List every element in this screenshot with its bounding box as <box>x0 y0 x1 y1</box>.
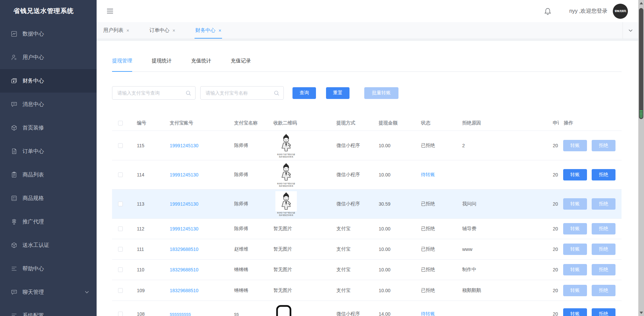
tab-withdraw-stats[interactable]: 提现统计 <box>152 58 172 71</box>
tab-recharge-stats[interactable]: 充值统计 <box>191 58 211 71</box>
transfer-button[interactable]: 转账 <box>563 198 587 210</box>
sidebar-item-product-spec[interactable]: 商品规格 <box>0 187 97 210</box>
alipay-name: 陈师傅 <box>234 201 273 207</box>
scrollbar-down-arrow-icon[interactable] <box>640 312 643 314</box>
sidebar-menu: 数据中心用户中心财务中心消息中心首页装修订单中心商品列表商品规格推广代理送水工认… <box>0 22 97 316</box>
avatar[interactable]: 省钱兄陪玩 <box>613 4 628 19</box>
reject-button[interactable]: 拒绝 <box>592 308 615 316</box>
tab-close-icon[interactable]: × <box>126 28 129 33</box>
select-all-checkbox[interactable] <box>118 121 123 125</box>
sidebar-item-order-center[interactable]: 订单中心 <box>0 140 97 163</box>
scrollbar-green-stripes <box>640 110 643 118</box>
sidebar-item-promotion-agent[interactable]: 推广代理 <box>0 210 97 233</box>
row-checkbox[interactable] <box>118 202 123 206</box>
reject-reason: 我问问 <box>462 201 553 207</box>
row-checkbox[interactable] <box>118 226 123 231</box>
search-row: 查询 重置 批量转账 <box>112 86 622 100</box>
qr-code-image[interactable]: 告诉你个很严重的问题 我发现我是你爸爸 <box>273 133 336 158</box>
table-row-110: 11018329688510锵锵锵暂无图片支付宝10.00已拒绝制作中20 <box>112 260 622 280</box>
column-header-method: 提现方式 <box>336 120 379 126</box>
tabs-dropdown-button[interactable] <box>623 22 638 39</box>
query-button[interactable]: 查询 <box>292 87 316 99</box>
transfer-button[interactable]: 转账 <box>563 264 587 275</box>
withdraw-amount: 30.59 <box>379 201 421 207</box>
tab-withdraw-manage[interactable]: 提现管理 <box>112 58 132 71</box>
sidebar-item-message-center[interactable]: 消息中心 <box>0 93 97 116</box>
tab-close-icon[interactable]: × <box>172 28 175 33</box>
row-checkbox[interactable] <box>118 172 123 177</box>
no-image-text: 暂无图片 <box>273 226 336 232</box>
scrollbar-thumb[interactable] <box>639 8 643 119</box>
row-checkbox[interactable] <box>118 288 123 293</box>
search-icon[interactable] <box>185 90 191 96</box>
tab-order-center[interactable]: 订单中心× <box>149 22 176 39</box>
reject-button[interactable]: 拒绝 <box>592 244 615 255</box>
alipay-account-link[interactable]: 19991245130 <box>170 172 234 177</box>
alipay-name: 锵锵锵 <box>234 267 273 273</box>
sidebar-item-data-center[interactable]: 数据中心 <box>0 22 97 46</box>
hamburger-menu-icon[interactable] <box>107 8 113 14</box>
sidebar-item-user-center[interactable]: 用户中心 <box>0 46 97 69</box>
sidebar-item-water-worker-cert[interactable]: 送水工认证 <box>0 233 97 257</box>
sidebar-item-home-decoration[interactable]: 首页装修 <box>0 116 97 140</box>
scrollbar-up-arrow-icon[interactable] <box>640 2 643 4</box>
chevron-down-icon <box>85 290 89 295</box>
row-checkbox[interactable] <box>118 143 123 148</box>
transfer-button[interactable]: 转账 <box>563 285 587 296</box>
alipay-account-search-input[interactable] <box>117 90 185 96</box>
alipay-account-link[interactable]: sssssssss <box>170 311 234 316</box>
tab-finance-center[interactable]: 财务中心× <box>195 22 222 39</box>
reject-button[interactable]: 拒绝 <box>592 198 615 210</box>
transfer-button[interactable]: 转账 <box>563 244 587 255</box>
sidebar-item-chat-management[interactable]: 聊天管理 <box>0 280 97 304</box>
alipay-account-link[interactable]: 19991245130 <box>170 143 234 148</box>
reject-button[interactable]: 拒绝 <box>592 169 615 180</box>
alipay-account-link[interactable]: 18329688510 <box>170 267 234 272</box>
tab-user-list[interactable]: 用户列表× <box>103 22 130 39</box>
chart-icon <box>11 31 17 37</box>
reset-button[interactable]: 重置 <box>326 87 350 99</box>
column-header-name: 支付宝名称 <box>234 120 273 126</box>
document-icon <box>11 148 17 155</box>
alipay-account-link[interactable]: 18329688510 <box>170 288 234 293</box>
transfer-button[interactable]: 转账 <box>563 169 587 180</box>
reject-button[interactable]: 拒绝 <box>592 285 615 296</box>
row-id: 114 <box>137 172 170 177</box>
qr-code-image[interactable] <box>273 304 336 316</box>
tab-label: 订单中心 <box>149 27 169 34</box>
content-area: 提现管理提现统计充值统计充值记录 <box>97 39 638 316</box>
alipay-account-link[interactable]: 19991245130 <box>170 201 234 207</box>
transfer-button[interactable]: 转账 <box>563 308 587 316</box>
reject-button[interactable]: 拒绝 <box>592 140 615 151</box>
withdraw-amount: 10.00 <box>379 226 421 231</box>
notification-bell-icon[interactable] <box>544 7 552 15</box>
sidebar-item-finance-center[interactable]: 财务中心 <box>0 69 97 93</box>
browser-scrollbar[interactable] <box>638 0 644 316</box>
row-select-cell <box>112 312 137 316</box>
status-text: 待转账 <box>421 172 462 178</box>
search-icon[interactable] <box>274 90 279 96</box>
tab-recharge-records[interactable]: 充值记录 <box>231 58 251 71</box>
row-checkbox[interactable] <box>118 247 123 252</box>
signpost-icon <box>11 218 17 225</box>
withdraw-method: 支付宝 <box>336 246 379 252</box>
transfer-button[interactable]: 转账 <box>563 223 587 234</box>
tab-close-icon[interactable]: × <box>218 28 221 33</box>
sidebar-item-system-config[interactable]: 系统配置 <box>0 304 97 316</box>
sidebar-item-product-list[interactable]: 商品列表 <box>0 163 97 187</box>
tab-label: 用户列表 <box>103 27 123 34</box>
alipay-account-link[interactable]: 18329688510 <box>170 247 234 252</box>
qr-code-image[interactable]: 告诉你个很严重的问题 我发现我是你爸爸 <box>273 191 336 217</box>
transfer-button[interactable]: 转账 <box>563 140 587 151</box>
sidebar-item-help-center[interactable]: 帮助中心 <box>0 257 97 280</box>
row-checkbox[interactable] <box>118 312 123 316</box>
row-checkbox[interactable] <box>118 267 123 272</box>
batch-transfer-button[interactable]: 批量转账 <box>364 87 398 99</box>
column-header-qr: 收款二维码 <box>273 120 336 126</box>
alipay-account-link[interactable]: 19991245130 <box>170 226 234 231</box>
alipay-name-search-input[interactable] <box>206 90 274 96</box>
reject-button[interactable]: 拒绝 <box>592 223 615 234</box>
content-card: 提现管理提现统计充值统计充值记录 <box>97 41 638 316</box>
reject-button[interactable]: 拒绝 <box>592 264 615 275</box>
qr-code-image[interactable]: 告诉你个很严重的问题 我发现我是你爸爸 <box>273 162 336 188</box>
